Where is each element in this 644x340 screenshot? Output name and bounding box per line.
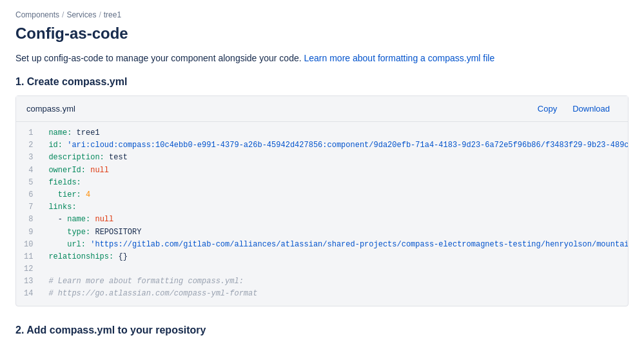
- line-num: 5: [16, 177, 41, 189]
- line-num: 6: [16, 189, 41, 201]
- section2: 2. Add compass.yml to your repository Na…: [15, 325, 629, 340]
- section1-title: 1. Create compass.yml: [15, 76, 629, 88]
- breadcrumb-services[interactable]: Services: [66, 10, 96, 19]
- line-code: description: test: [41, 152, 628, 164]
- section2-title: 2. Add compass.yml to your repository: [15, 325, 629, 336]
- line-code: fields:: [41, 177, 628, 189]
- code-body: 1 name: tree1 2 id: 'ari:cloud:compass:1…: [16, 122, 628, 306]
- line-num: 11: [16, 251, 41, 263]
- table-row: 14 # https://go.atlassian.com/compass-ym…: [16, 288, 628, 300]
- line-num: 7: [16, 201, 41, 214]
- intro-paragraph: Set up config-as-code to manage your com…: [15, 53, 629, 63]
- table-row: 5 fields:: [16, 177, 628, 189]
- table-row: 7 links:: [16, 201, 628, 214]
- line-code: url: 'https://gitlab.com/gitlab-com/alli…: [41, 239, 628, 251]
- table-row: 9 type: REPOSITORY: [16, 226, 628, 239]
- breadcrumb-components[interactable]: Components: [15, 10, 59, 19]
- table-row: 4 ownerId: null: [16, 165, 628, 177]
- intro-text: Set up config-as-code to manage your com…: [15, 53, 302, 63]
- code-actions: Copy Download: [530, 101, 618, 116]
- line-code: relationships: {}: [41, 251, 628, 263]
- table-row: 11 relationships: {}: [16, 251, 628, 263]
- breadcrumb-tree1[interactable]: tree1: [104, 10, 121, 19]
- line-code: - name: null: [41, 214, 628, 226]
- table-row: 3 description: test: [16, 152, 628, 164]
- table-row: 6 tier: 4: [16, 189, 628, 201]
- line-num: 2: [16, 139, 41, 152]
- table-row: 10 url: 'https://gitlab.com/gitlab-com/a…: [16, 239, 628, 251]
- line-code: id: 'ari:cloud:compass:10c4ebb0-e991-437…: [41, 139, 628, 152]
- line-code: type: REPOSITORY: [41, 226, 628, 239]
- line-num: 12: [16, 263, 41, 275]
- download-button[interactable]: Download: [565, 101, 618, 116]
- table-row: 13 # Learn more about formatting compass…: [16, 275, 628, 288]
- code-header: compass.yml Copy Download: [16, 96, 628, 122]
- line-num: 1: [16, 127, 41, 139]
- line-code: # Learn more about formatting compass.ym…: [41, 275, 628, 288]
- breadcrumb: Components / Services / tree1: [15, 10, 629, 19]
- line-num: 13: [16, 275, 41, 288]
- line-code: # https://go.atlassian.com/compass-yml-f…: [41, 288, 628, 300]
- code-table: 1 name: tree1 2 id: 'ari:cloud:compass:1…: [16, 127, 628, 301]
- line-num: 10: [16, 239, 41, 251]
- learn-more-link[interactable]: Learn more about formatting a compass.ym…: [304, 53, 495, 63]
- breadcrumb-sep-2: /: [99, 10, 101, 19]
- code-container: compass.yml Copy Download 1 name: tree1 …: [15, 95, 629, 306]
- table-row: 12: [16, 263, 628, 275]
- copy-button[interactable]: Copy: [530, 101, 565, 116]
- file-name: compass.yml: [26, 104, 75, 114]
- line-num: 9: [16, 226, 41, 239]
- line-num: 3: [16, 152, 41, 164]
- breadcrumb-sep-1: /: [62, 10, 64, 19]
- line-code: [41, 263, 628, 275]
- line-num: 4: [16, 165, 41, 177]
- line-code: tier: 4: [41, 189, 628, 201]
- line-code: ownerId: null: [41, 165, 628, 177]
- page-title: Config-as-code: [15, 25, 629, 43]
- line-num: 8: [16, 214, 41, 226]
- line-code: links:: [41, 201, 628, 214]
- table-row: 1 name: tree1: [16, 127, 628, 139]
- line-num: 14: [16, 288, 41, 300]
- line-code: name: tree1: [41, 127, 628, 139]
- table-row: 2 id: 'ari:cloud:compass:10c4ebb0-e991-4…: [16, 139, 628, 152]
- table-row: 8 - name: null: [16, 214, 628, 226]
